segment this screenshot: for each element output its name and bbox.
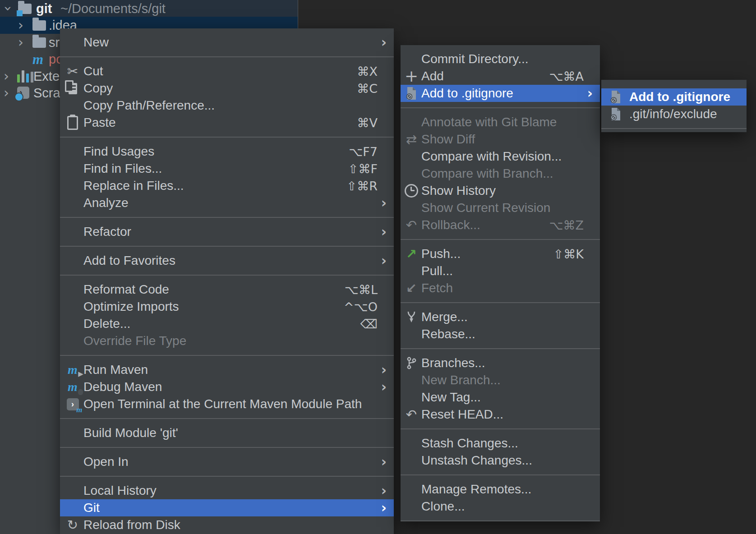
plus-icon: + (403, 68, 419, 84)
menu-item-label: Analyze (83, 196, 129, 210)
menu-item-label: Find Usages (83, 144, 154, 159)
menu-item-find-usages[interactable]: Find Usages⌥F7 (60, 143, 394, 160)
menu-item-paste[interactable]: Paste⌘V (60, 114, 394, 131)
menu-item-shortcut: ⌫ (341, 317, 378, 331)
chevron-right-icon[interactable]: › (18, 36, 23, 49)
menu-item-git[interactable]: Git› (60, 499, 394, 516)
menu-item-branches[interactable]: Branches... (401, 354, 600, 372)
menu-item-label: Local History (83, 483, 157, 498)
menu-item-new[interactable]: New› (60, 34, 394, 51)
menu-item-label: Find in Files... (83, 161, 162, 176)
menu-item-label: Reload from Disk (83, 518, 180, 532)
menu-item-add-to-gitignore[interactable]: Add to .gitignore (601, 88, 747, 106)
menu-item-new-branch[interactable]: New Branch... (401, 372, 600, 389)
menu-section: Stash Changes...Unstash Changes... (401, 429, 600, 474)
undo-icon: ↶ (403, 219, 419, 232)
menu-item-shortcut: ⌥⌘A (529, 69, 584, 83)
submenu-arrow-icon: › (381, 225, 387, 239)
menu-item-delete[interactable]: Delete...⌫ (60, 315, 394, 332)
menu-item-reformat-code[interactable]: Reformat Code⌥⌘L (60, 281, 394, 298)
menu-item-compare-with-revision[interactable]: Compare with Revision... (401, 148, 600, 165)
chevron-right-icon[interactable]: › (18, 18, 23, 32)
menu-item-label: Refactor (83, 225, 131, 239)
tree-row-git-root[interactable]: ›git~/Documents/s/git (0, 0, 298, 17)
menu-item-label: Manage Remotes... (421, 482, 531, 497)
chevron-right-icon[interactable]: › (4, 86, 9, 100)
menu-item-local-history[interactable]: Local History› (60, 482, 394, 499)
menu-item-label: Reset HEAD... (421, 407, 503, 422)
maven-m-icon: m (32, 52, 43, 66)
maven-debug-icon: m (65, 381, 81, 393)
submenu-arrow-icon: › (381, 455, 387, 469)
menu-item-find-in-files[interactable]: Find in Files...⇧⌘F (60, 160, 394, 177)
menu-item-debug-maven[interactable]: mDebug Maven› (60, 378, 394, 396)
menu-item-optimize-imports[interactable]: Optimize Imports^⌥O (60, 298, 394, 315)
menu-section: Build Module 'git' (60, 419, 394, 447)
menu-item-commit-directory[interactable]: Commit Directory... (401, 51, 600, 68)
menu-item-open-terminal-at-the-current-maven-module-path[interactable]: ›mOpen Terminal at the Current Maven Mod… (60, 396, 394, 413)
menu-section: Commit Directory...+Add⌥⌘AAdd to .gitign… (401, 45, 600, 107)
menu-item-label: Clone... (421, 499, 465, 514)
menu-item-replace-in-files[interactable]: Replace in Files...⇧⌘R (60, 177, 394, 194)
menu-section: ↗Push...⇧⌘KPull...↙Fetch (401, 240, 600, 302)
menu-item-reload-from-disk[interactable]: ↻Reload from Disk (60, 516, 394, 534)
menu-item-label: Rollback... (421, 218, 480, 232)
menu-item-label: Add (421, 69, 444, 83)
menu-item-stash-changes[interactable]: Stash Changes... (401, 435, 600, 452)
menu-item-show-history[interactable]: Show History (401, 182, 600, 199)
menu-item-clone[interactable]: Clone... (401, 498, 600, 515)
menu-item-annotate-with-git-blame[interactable]: Annotate with Git Blame (401, 114, 600, 131)
menu-item-manage-remotes[interactable]: Manage Remotes... (401, 481, 600, 498)
menu-item-add-to-gitignore[interactable]: Add to .gitignore› (401, 85, 600, 102)
menu-item-reset-head[interactable]: ↶Reset HEAD... (401, 406, 600, 423)
menu-item-open-in[interactable]: Open In› (60, 453, 394, 470)
tree-item-label: git (36, 1, 52, 16)
branch-icon (403, 356, 419, 370)
maven-run-icon: m▶ (65, 364, 81, 376)
menu-item-cut[interactable]: ✂Cut⌘X (60, 63, 394, 80)
menu-item-pull[interactable]: Pull... (401, 262, 600, 280)
menu-item-compare-with-branch[interactable]: Compare with Branch... (401, 165, 600, 182)
menu-item-add-to-favorites[interactable]: Add to Favorites› (60, 252, 394, 269)
gitignore-submenu: Add to .gitignore.git/info/exclude (601, 80, 747, 132)
menu-section: Refactor› (60, 218, 394, 246)
menu-item-copy-path-reference[interactable]: Copy Path/Reference... (60, 97, 394, 114)
menu-item-fetch[interactable]: ↙Fetch (401, 280, 600, 297)
menu-item-shortcut: ⌘C (337, 82, 378, 96)
menu-item-git-info-exclude[interactable]: .git/info/exclude (601, 106, 747, 123)
chevron-right-icon[interactable]: › (4, 69, 9, 83)
menu-item-label: Copy (83, 81, 113, 96)
menu-item-override-file-type[interactable]: Override File Type (60, 332, 394, 350)
ignore-file-icon (608, 90, 624, 104)
menu-item-refactor[interactable]: Refactor› (60, 223, 394, 240)
menu-item-push[interactable]: ↗Push...⇧⌘K (401, 245, 600, 262)
menu-item-label: Open In (83, 455, 129, 469)
menu-item-show-current-revision[interactable]: Show Current Revision (401, 199, 600, 216)
paste-icon (65, 116, 81, 130)
menu-item-analyze[interactable]: Analyze› (60, 194, 394, 212)
menu-section: Branches...New Branch...New Tag...↶Reset… (401, 349, 600, 428)
chevron-down-icon[interactable]: › (1, 6, 15, 11)
menu-item-label: Delete... (83, 317, 130, 331)
menu-item-label: Open Terminal at the Current Maven Modul… (83, 397, 362, 411)
submenu-arrow-icon: › (381, 363, 387, 377)
menu-item-unstash-changes[interactable]: Unstash Changes... (401, 452, 600, 469)
menu-item-label: Git (83, 501, 100, 515)
fetch-arrow-icon: ↙ (403, 282, 419, 295)
menu-item-run-maven[interactable]: m▶Run Maven› (60, 361, 394, 378)
menu-item-build-module-git[interactable]: Build Module 'git' (60, 424, 394, 442)
menu-item-new-tag[interactable]: New Tag... (401, 389, 600, 406)
menu-item-merge[interactable]: Merge... (401, 308, 600, 326)
menu-item-label: .git/info/exclude (629, 107, 717, 121)
menu-item-label: Paste (83, 115, 116, 130)
menu-item-label: Compare with Revision... (421, 149, 562, 164)
menu-item-rebase[interactable]: Rebase... (401, 326, 600, 343)
menu-item-add[interactable]: +Add⌥⌘A (401, 68, 600, 85)
menu-item-shortcut: ⇧⌘F (328, 162, 378, 176)
menu-item-show-diff[interactable]: ⇄Show Diff (401, 131, 600, 148)
menu-item-rollback[interactable]: ↶Rollback...⌥⌘Z (401, 216, 600, 234)
menu-item-copy[interactable]: Copy⌘C (60, 80, 394, 97)
library-bars-icon (17, 70, 33, 83)
menu-item-label: Reformat Code (83, 282, 169, 297)
context-menu: New›✂Cut⌘XCopy⌘CCopy Path/Reference...Pa… (60, 28, 394, 534)
